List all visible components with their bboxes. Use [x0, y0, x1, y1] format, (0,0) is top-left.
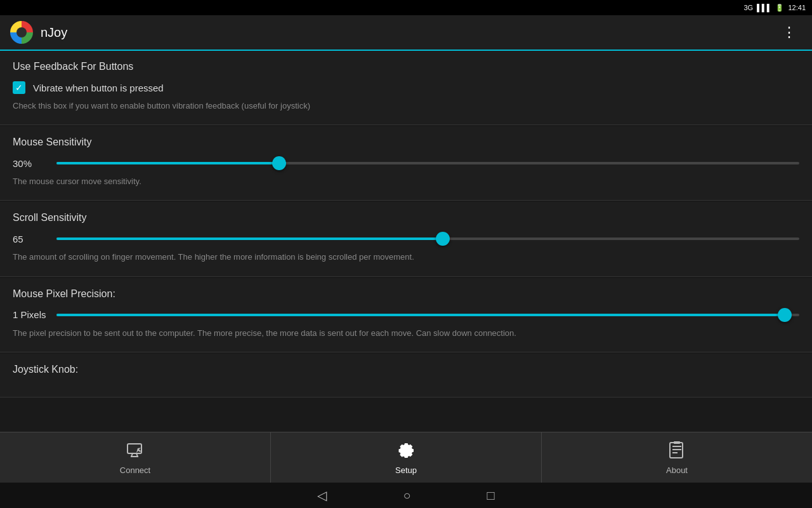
scroll-sensitivity-section: Scroll Sensitivity 65 The amount of scro… [0, 202, 812, 276]
mouse-sensitivity-value: 30% [13, 158, 48, 169]
scroll-sensitivity-title: Scroll Sensitivity [13, 212, 799, 224]
pixel-precision-value: 1 Pixels [13, 309, 48, 320]
joystick-knob-section: Joystick Knob: [0, 354, 812, 398]
app-icon [10, 21, 33, 44]
title-bar: nJoy ⋮ [0, 15, 812, 51]
status-bar: 3G ▌▌▌ 🔋 12:41 [0, 0, 812, 15]
feedback-section: Use Feedback For Buttons ✓ Vibrate when … [0, 51, 812, 125]
connect-label: Connect [120, 465, 150, 475]
scroll-sensitivity-value: 65 [13, 234, 48, 244]
vibrate-checkbox-row[interactable]: ✓ Vibrate when button is pressed [13, 81, 799, 94]
scroll-sensitivity-desc: The amount of scrolling on finger moveme… [13, 251, 799, 263]
about-label: About [666, 465, 688, 475]
setup-icon [396, 440, 416, 463]
connect-icon [125, 440, 145, 463]
mouse-sensitivity-row: 30% [13, 157, 799, 170]
svg-rect-8 [674, 441, 680, 444]
setup-label: Setup [395, 465, 417, 475]
nav-about[interactable]: About [542, 432, 812, 483]
bottom-nav: Connect Setup About [0, 432, 812, 483]
recents-button[interactable]: □ [487, 488, 495, 503]
pixel-precision-row: 1 Pixels [13, 309, 799, 321]
battery-icon: 🔋 [775, 4, 784, 12]
menu-button[interactable]: ⋮ [777, 22, 802, 43]
pixel-precision-title: Mouse Pixel Precision: [13, 288, 799, 300]
mouse-sensitivity-desc: The mouse cursor move sensitivity. [13, 176, 799, 187]
pixel-precision-slider[interactable] [56, 309, 799, 321]
about-icon [667, 440, 687, 463]
nav-setup[interactable]: Setup [271, 432, 542, 483]
clock: 12:41 [788, 4, 806, 11]
network-indicator: 3G [743, 4, 753, 11]
system-nav-bar: ◁ ○ □ [0, 483, 812, 508]
home-button[interactable]: ○ [403, 488, 410, 503]
feedback-title: Use Feedback For Buttons [13, 61, 799, 72]
pixel-precision-desc: The pixel precision to be sent out to th… [13, 328, 799, 339]
vibrate-checkbox[interactable]: ✓ [13, 81, 25, 94]
joystick-knob-title: Joystick Knob: [13, 364, 799, 375]
pixel-precision-section: Mouse Pixel Precision: 1 Pixels The pixe… [0, 278, 812, 352]
mouse-sensitivity-slider[interactable] [56, 157, 799, 170]
scroll-sensitivity-slider[interactable] [56, 232, 799, 245]
feedback-desc: Check this box if you want to enable but… [13, 100, 799, 112]
back-button[interactable]: ◁ [317, 488, 327, 503]
vibrate-label: Vibrate when button is pressed [33, 83, 164, 93]
mouse-sensitivity-title: Mouse Sensitivity [13, 137, 799, 148]
app-title: nJoy [41, 25, 777, 40]
signal-icon: ▌▌▌ [757, 4, 771, 11]
scroll-sensitivity-row: 65 [13, 232, 799, 245]
checkmark-icon: ✓ [15, 83, 23, 92]
nav-connect[interactable]: Connect [0, 432, 271, 483]
mouse-sensitivity-section: Mouse Sensitivity 30% The mouse cursor m… [0, 126, 812, 201]
settings-content: Use Feedback For Buttons ✓ Vibrate when … [0, 51, 812, 432]
